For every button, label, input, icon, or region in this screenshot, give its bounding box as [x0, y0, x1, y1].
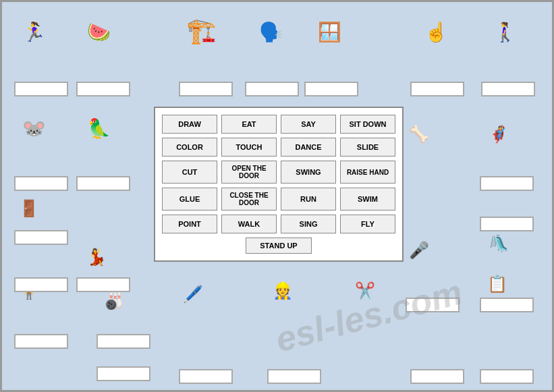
touch-icon: 🪟 [306, 10, 353, 54]
clip-skeleton: 🦴 [400, 115, 437, 152]
word-say[interactable]: SAY [281, 115, 336, 134]
answer-box-21[interactable] [267, 369, 321, 384]
fly-icon: 🦸 [480, 115, 517, 152]
answer-box-9[interactable] [76, 176, 130, 191]
dance-icon: 💃 [78, 238, 115, 275]
answer-box-5[interactable] [304, 82, 358, 96]
open-door-icon: 🚪 [10, 190, 47, 227]
clip-fly: 🦸 [480, 115, 517, 152]
clip-run: 🏃‍♀️ [10, 10, 57, 54]
word-color[interactable]: COLOR [162, 138, 217, 157]
eat-icon: 🍉 [75, 10, 122, 54]
clip-cut-person: 👷 [264, 272, 301, 309]
word-draw[interactable]: DRAW [162, 115, 217, 134]
word-raise-hand[interactable]: RAISE HAND [340, 161, 395, 184]
answer-box-15[interactable] [406, 298, 460, 312]
clip-scissors: ✂️ [346, 272, 383, 309]
answer-box-20[interactable] [179, 369, 233, 384]
word-swing[interactable]: SWING [281, 161, 336, 184]
clip-draw: 📋 [478, 265, 516, 302]
scissors-icon: ✂️ [346, 272, 383, 309]
clip-point: ☝️ [412, 10, 460, 54]
walk-icon: 🚶‍♀️ [481, 10, 528, 54]
game-board: 🏃‍♀️ 🍉 🏗️ 🗣️ 🪟 ☝️ 🚶‍♀️ 🐭 🦜 🦴 🦸 🚪 💃 🎤 [0, 0, 554, 392]
clip-walk: 🚶‍♀️ [481, 10, 528, 54]
answer-box-1[interactable] [14, 82, 68, 96]
word-bank-grid: DRAW EAT SAY SIT DOWN COLOR TOUCH DANCE … [162, 115, 395, 233]
skeleton-icon: 🦴 [400, 115, 437, 152]
clip-open-door: 🚪 [10, 190, 47, 227]
answer-box-18[interactable] [96, 334, 150, 349]
clip-sing: 🎤 [400, 231, 437, 269]
answer-box-4[interactable] [245, 82, 299, 96]
answer-box-22[interactable] [410, 369, 464, 384]
word-touch[interactable]: TOUCH [221, 138, 277, 157]
word-sit-down[interactable]: SIT DOWN [340, 115, 395, 134]
clip-touch: 🪟 [306, 10, 353, 54]
word-run[interactable]: RUN [281, 188, 336, 211]
clip-swing: 🏗️ [176, 5, 227, 56]
answer-box-2[interactable] [76, 82, 130, 96]
word-slide[interactable]: SLIDE [340, 138, 395, 157]
answer-box-12[interactable] [14, 230, 68, 245]
answer-box-7[interactable] [481, 82, 535, 96]
word-glue[interactable]: GLUE [162, 188, 217, 211]
answer-box-6[interactable] [410, 82, 464, 96]
bird-icon: 🦜 [75, 107, 122, 150]
clip-mickey: 🐭 [10, 107, 57, 150]
clip-eat: 🍉 [75, 10, 122, 54]
answer-box-19[interactable] [96, 366, 150, 381]
stand-up-row: STAND UP [162, 237, 395, 254]
say-icon: 🗣️ [247, 10, 294, 54]
answer-box-11[interactable] [480, 217, 534, 231]
word-cut[interactable]: CUT [162, 161, 217, 184]
word-fly[interactable]: FLY [340, 215, 395, 233]
draw-icon: 📋 [478, 265, 516, 302]
answer-box-23[interactable] [480, 369, 534, 384]
clip-dance: 💃 [78, 238, 115, 275]
word-swim[interactable]: SWIM [340, 188, 395, 211]
point-icon: ☝️ [412, 10, 460, 54]
word-point[interactable]: POINT [162, 215, 217, 233]
word-sing[interactable]: SING [281, 215, 336, 233]
swing-icon: 🏗️ [176, 5, 227, 56]
answer-box-3[interactable] [179, 82, 233, 96]
word-walk[interactable]: WALK [221, 215, 277, 233]
word-close-door[interactable]: CLOSE THE DOOR [221, 188, 277, 211]
clip-say: 🗣️ [247, 10, 294, 54]
word-dance[interactable]: DANCE [281, 138, 336, 157]
answer-box-16[interactable] [480, 298, 534, 312]
answer-box-17[interactable] [14, 334, 68, 349]
word-bank: DRAW EAT SAY SIT DOWN COLOR TOUCH DANCE … [154, 107, 404, 262]
answer-box-14[interactable] [76, 277, 130, 292]
glue-icon: 🖊️ [174, 275, 211, 312]
word-open-door[interactable]: OPEN THE DOOR [221, 161, 277, 184]
answer-box-13[interactable] [14, 277, 68, 292]
answer-box-10[interactable] [480, 176, 534, 191]
clip-glue: 🖊️ [174, 275, 211, 312]
mickey-icon: 🐭 [10, 107, 57, 150]
run-icon: 🏃‍♀️ [10, 10, 57, 54]
clip-bird: 🦜 [75, 107, 122, 150]
answer-box-8[interactable] [14, 176, 68, 191]
word-eat[interactable]: EAT [221, 115, 277, 134]
word-stand-up[interactable]: STAND UP [246, 237, 311, 254]
cut-person-icon: 👷 [264, 272, 301, 309]
sing-icon: 🎤 [400, 231, 437, 269]
